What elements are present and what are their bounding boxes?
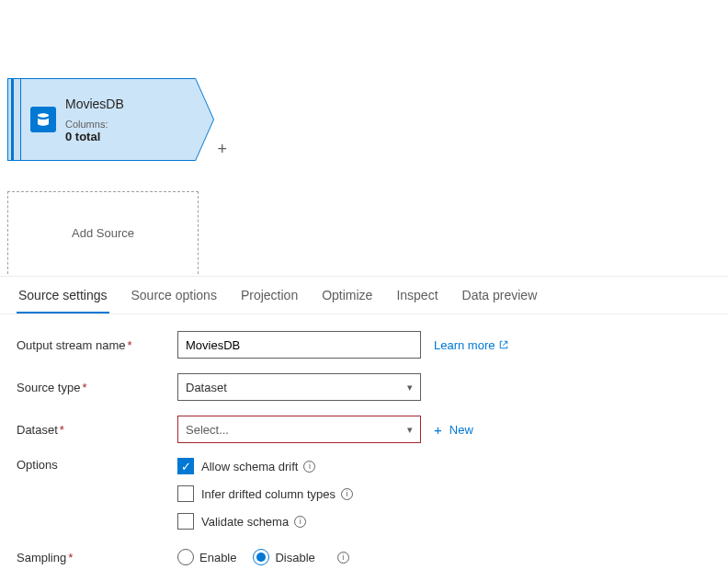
node-body[interactable]: MoviesDB Columns: 0 total [20, 78, 196, 161]
external-link-icon [498, 339, 509, 350]
tab-inspect[interactable]: Inspect [394, 277, 439, 314]
dataset-label: Dataset* [17, 423, 177, 437]
learn-more-link[interactable]: Learn more [434, 338, 509, 352]
tab-source-settings[interactable]: Source settings [17, 277, 109, 314]
options-label: Options [17, 458, 177, 472]
chevron-down-icon: ▾ [407, 382, 413, 393]
plus-icon: + [434, 422, 442, 438]
node-text: MoviesDB Columns: 0 total [65, 97, 124, 143]
dataset-placeholder: Select... [186, 423, 229, 437]
chevron-down-icon: ▾ [407, 424, 413, 436]
tab-projection[interactable]: Projection [239, 277, 300, 314]
validate-schema-checkbox[interactable] [177, 513, 194, 530]
info-icon[interactable]: i [337, 552, 349, 564]
node-drag-handle[interactable] [7, 78, 20, 161]
allow-schema-drift-checkbox[interactable]: ✓ [177, 458, 194, 474]
info-icon[interactable]: i [303, 461, 315, 473]
add-transform-icon[interactable]: + [217, 140, 227, 159]
dataflow-canvas: MoviesDB Columns: 0 total + Add Source [0, 0, 728, 276]
new-dataset-button[interactable]: +New [434, 422, 473, 438]
info-icon[interactable]: i [341, 488, 353, 500]
sampling-enable-option[interactable]: Enable [177, 549, 236, 565]
sampling-disable-radio[interactable] [253, 549, 269, 565]
add-source-placeholder[interactable]: Add Source [7, 191, 199, 274]
sampling-label: Sampling* [17, 551, 177, 564]
dataset-select[interactable]: Select... ▾ [177, 416, 421, 443]
node-columns-label: Columns: [65, 119, 124, 130]
infer-drifted-option[interactable]: Infer drifted column types i [177, 485, 353, 502]
sampling-enable-radio[interactable] [177, 549, 194, 565]
info-icon[interactable]: i [294, 516, 306, 528]
allow-schema-drift-option[interactable]: ✓ Allow schema drift i [177, 458, 353, 474]
source-type-select[interactable]: Dataset ▾ [177, 373, 421, 401]
database-icon [30, 107, 56, 132]
tab-source-options[interactable]: Source options [130, 277, 219, 314]
tab-optimize[interactable]: Optimize [320, 277, 374, 314]
validate-schema-option[interactable]: Validate schema i [177, 513, 353, 530]
infer-drifted-checkbox[interactable] [177, 485, 194, 502]
node-title: MoviesDB [65, 97, 124, 111]
tab-data-preview[interactable]: Data preview [461, 277, 540, 314]
tab-bar: Source settings Source options Projectio… [0, 277, 728, 314]
source-settings-form: Output stream name* Learn more Source ty… [0, 314, 728, 570]
output-stream-input[interactable] [177, 331, 421, 359]
settings-panel: Source settings Source options Projectio… [0, 276, 728, 570]
add-source-label: Add Source [72, 226, 134, 240]
sampling-disable-option[interactable]: Disable [253, 549, 314, 565]
source-node[interactable]: MoviesDB Columns: 0 total + [7, 78, 196, 161]
output-stream-label: Output stream name* [17, 338, 177, 352]
source-type-label: Source type* [17, 381, 177, 394]
node-columns-count: 0 total [65, 130, 124, 143]
source-type-value: Dataset [186, 381, 227, 394]
